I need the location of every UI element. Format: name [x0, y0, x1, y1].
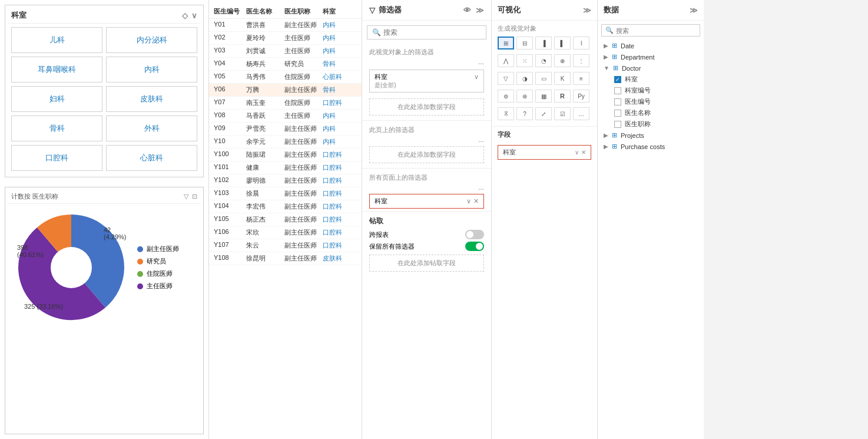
dept-cell[interactable]: 妇科: [11, 86, 102, 112]
viz-icon-treemap[interactable]: ▦: [535, 90, 552, 103]
chevron-down-icon[interactable]: ∨: [191, 11, 197, 20]
viz-icon-r[interactable]: R: [554, 90, 571, 103]
data-tree-item[interactable]: ▶⊞Purchase costs: [598, 141, 704, 152]
close-icon[interactable]: ✕: [473, 197, 479, 205]
data-search-box[interactable]: 🔍: [601, 24, 700, 37]
chevron-down-icon[interactable]: ∨: [575, 149, 579, 156]
viz-icon-ai[interactable]: ⧖: [498, 107, 514, 120]
viz-icon-bar[interactable]: ▐: [535, 37, 552, 49]
dept-cell[interactable]: 皮肤科: [106, 86, 197, 112]
dept-cell[interactable]: 口腔科: [11, 145, 102, 171]
viz-icon-decomp[interactable]: ⤢: [535, 107, 552, 120]
eraser-icon[interactable]: ◇: [182, 11, 188, 20]
checkbox[interactable]: [614, 121, 621, 128]
data-tree-child[interactable]: 科室编号: [598, 85, 704, 96]
table-row[interactable]: Y02 夏玲玲 主任医师 内科: [209, 32, 362, 45]
viz-icon-column[interactable]: ▌: [554, 37, 571, 49]
viz-icon-funnel[interactable]: ▽: [498, 72, 514, 85]
table-row[interactable]: Y09 尹雪亮 副主任医师 内科: [209, 123, 362, 136]
cell-title: 副主任医师: [284, 241, 323, 250]
cell-id: Y105: [214, 215, 246, 224]
table-row[interactable]: Y03 刘贯诚 主任医师 内科: [209, 45, 362, 58]
viz-icon-slicer[interactable]: ≡: [573, 72, 589, 85]
data-tree-item[interactable]: ▶⊞Projects: [598, 130, 704, 141]
checkbox[interactable]: [614, 110, 621, 117]
checkbox[interactable]: [614, 87, 621, 94]
expand-icon[interactable]: ⊡: [192, 193, 197, 200]
viz-icon-py[interactable]: Py: [573, 90, 589, 103]
viz-icon-pie[interactable]: ◔: [535, 54, 552, 67]
table-row[interactable]: Y04 杨寿兵 研究员 骨科: [209, 58, 362, 71]
data-tree-child[interactable]: 医生编号: [598, 96, 704, 107]
all-pages-more[interactable]: ...: [362, 183, 491, 192]
table-row[interactable]: Y01 曹洪喜 副主任医师 内科: [209, 19, 362, 32]
dept-cell[interactable]: 骨科: [11, 115, 102, 141]
data-tree-child[interactable]: 医生名称: [598, 107, 704, 118]
table-row[interactable]: Y07 南玉奎 住院医师 口腔科: [209, 97, 362, 110]
viz-icon-area[interactable]: ⋀: [498, 54, 514, 67]
data-tree-item[interactable]: ▶⊞Department: [598, 51, 704, 62]
viz-expand-icon[interactable]: ≫: [583, 6, 591, 15]
dept-cell[interactable]: 心脏科: [106, 145, 197, 171]
table-row[interactable]: Y106 宋欣 副主任医师 口腔科: [209, 226, 362, 239]
viz-icon-table[interactable]: ⊞: [498, 37, 514, 49]
on-page-more[interactable]: ...: [362, 136, 491, 144]
dept-cell[interactable]: 内科: [106, 57, 197, 82]
on-visual-more[interactable]: ...: [362, 58, 491, 66]
viz-icon-metrics[interactable]: ☑: [554, 107, 571, 120]
table-row[interactable]: Y108 徐昆明 副主任医师 皮肤科: [209, 252, 362, 265]
cross-report-toggle[interactable]: [465, 230, 484, 239]
table-row[interactable]: Y102 廖明德 副主任医师 口腔科: [209, 174, 362, 187]
viz-icon-map[interactable]: ⊚: [498, 90, 514, 103]
table-row[interactable]: Y103 徐晨 副主任医师 口腔科: [209, 187, 362, 200]
viz-icon-scatter[interactable]: ⁙: [516, 54, 533, 67]
filter-search-input[interactable]: [383, 28, 481, 37]
data-expand-icon[interactable]: ≫: [690, 6, 698, 15]
table-row[interactable]: Y105 杨正杰 副主任医师 口腔科: [209, 213, 362, 226]
keep-filters-toggle[interactable]: [465, 242, 484, 251]
viz-icon-card[interactable]: ▭: [535, 72, 552, 85]
chevron-down-icon[interactable]: ∨: [466, 197, 471, 205]
close-icon[interactable]: ✕: [581, 149, 586, 156]
viz-icon-line[interactable]: ⌇: [573, 37, 589, 49]
viz-icon-more[interactable]: …: [573, 107, 589, 120]
table-row[interactable]: Y101 健康 副主任医师 口腔科: [209, 161, 362, 174]
viz-icon-gauge[interactable]: ◑: [516, 72, 533, 85]
viz-icon-kpi[interactable]: K: [554, 72, 571, 85]
viz-icons-row2: ⋀ ⁙ ◔ ⊕ ⋮: [492, 52, 597, 70]
filter-add-drill[interactable]: 在此处添加钻取字段: [369, 255, 484, 272]
table-row[interactable]: Y05 马秀伟 住院医师 心脏科: [209, 71, 362, 84]
data-tree-child[interactable]: 医生职称: [598, 118, 704, 130]
viz-icons-row3: ▽ ◑ ▭ K ≡: [492, 70, 597, 87]
filter-search-box[interactable]: 🔍: [367, 25, 486, 39]
legend-dot: [137, 259, 143, 265]
dept-cell[interactable]: 外科: [106, 115, 197, 141]
data-search-input[interactable]: [616, 27, 696, 34]
data-tree-item[interactable]: ▼⊞Doctor: [598, 62, 704, 74]
viz-icon-waterfall[interactable]: ⋮: [573, 54, 589, 67]
eye-icon[interactable]: 👁: [463, 6, 471, 15]
filter-add-visual[interactable]: 在此处添加数据字段: [369, 98, 484, 115]
chart-title-icons: ▽ ⊡: [184, 193, 197, 200]
filter-tag-chevron[interactable]: ∨: [474, 73, 479, 81]
table-row[interactable]: Y104 李宏伟 副主任医师 口腔科: [209, 200, 362, 213]
dept-cell[interactable]: 儿科: [11, 27, 102, 53]
checkbox[interactable]: ✓: [614, 76, 621, 83]
filter-icon[interactable]: ▽: [184, 193, 188, 200]
viz-icon-matrix[interactable]: ⊟: [516, 37, 533, 49]
data-tree-item[interactable]: ▶⊞Date: [598, 40, 704, 51]
viz-icon-filled-map[interactable]: ⊛: [516, 90, 533, 103]
table-row[interactable]: Y08 马香跃 主任医师 内科: [209, 110, 362, 123]
table-row[interactable]: Y100 陆振珺 副主任医师 口腔科: [209, 148, 362, 161]
data-tree-child[interactable]: ✓科室: [598, 74, 704, 85]
table-row[interactable]: Y107 朱云 副主任医师 口腔科: [209, 239, 362, 252]
table-row[interactable]: Y06 万腾 副主任医师 骨科: [209, 84, 362, 97]
checkbox[interactable]: [614, 98, 621, 105]
dept-cell[interactable]: 耳鼻咽喉科: [11, 57, 102, 82]
viz-icon-combo[interactable]: ⊕: [554, 54, 571, 67]
dept-cell[interactable]: 内分泌科: [106, 27, 197, 53]
expand-icon[interactable]: ≫: [476, 6, 484, 15]
viz-icon-qa[interactable]: ?: [516, 107, 533, 120]
filter-add-page[interactable]: 在此处添加数据字段: [369, 146, 484, 163]
table-row[interactable]: Y10 余学元 副主任医师 内科: [209, 136, 362, 148]
